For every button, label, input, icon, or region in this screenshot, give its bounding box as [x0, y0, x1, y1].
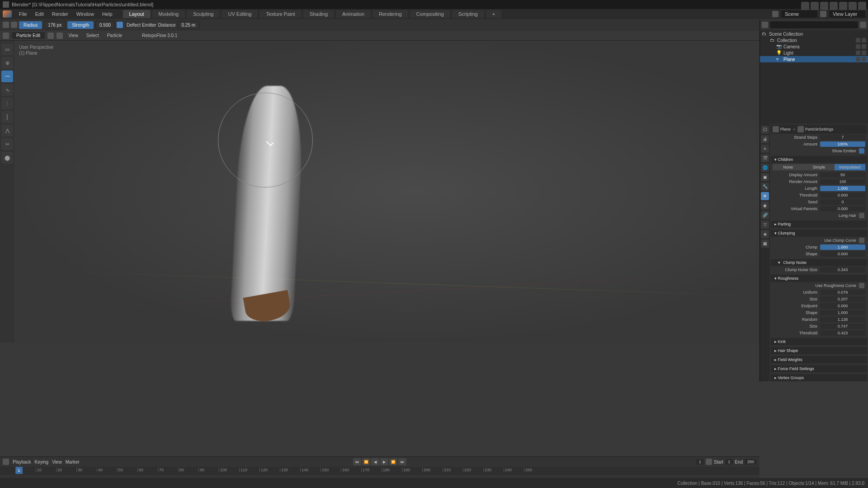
autokey-icon[interactable] — [706, 459, 712, 465]
jump-end-icon[interactable]: ⏭ — [398, 458, 406, 465]
menu-window[interactable]: Window — [73, 10, 98, 18]
random-val[interactable]: 1.138 — [820, 317, 865, 322]
comb-brush-icon[interactable] — [11, 22, 17, 28]
child-none[interactable]: None — [773, 164, 803, 170]
retopoflow-addon[interactable]: RetopoFlow 3.0.1 — [139, 32, 180, 39]
deflect-emitter-check[interactable] — [117, 22, 123, 28]
size-val[interactable]: 0.207 — [820, 296, 865, 302]
section-children[interactable]: Children — [771, 156, 867, 163]
outliner-search[interactable] — [770, 21, 858, 28]
menu-help[interactable]: Help — [99, 10, 116, 18]
tool-smooth[interactable]: ∿ — [1, 84, 13, 96]
prop-tab-physics[interactable]: ◉ — [761, 202, 769, 210]
prop-tab-output[interactable]: 🖨 — [761, 135, 769, 143]
restrict-icon[interactable] — [862, 51, 866, 55]
tl-marker[interactable]: Marker — [66, 460, 80, 465]
clump-noise-size-val[interactable]: 0.343 — [820, 267, 865, 272]
tab-rendering[interactable]: Rendering — [373, 10, 408, 18]
use-clump-curve-check[interactable] — [859, 238, 864, 243]
render-amount-val[interactable]: 150 — [820, 179, 865, 184]
tree-plane[interactable]: ▿Plane — [760, 56, 868, 62]
prop-tab-render[interactable]: 🖵 — [761, 126, 769, 134]
prop-tab-viewlayer[interactable]: ≡ — [761, 145, 769, 153]
jump-start-icon[interactable]: ⏮ — [353, 458, 361, 465]
tool-comb[interactable]: 〰 — [1, 70, 13, 82]
play-reverse-icon[interactable]: ◀ — [371, 458, 379, 465]
section-clumping[interactable]: Clumping — [771, 230, 867, 237]
uniform-val[interactable]: 0.079 — [820, 290, 865, 295]
tab-compositing[interactable]: Compositing — [410, 10, 450, 18]
shading-wireframe-icon[interactable] — [830, 2, 838, 10]
shape2-val[interactable]: 1.000 — [820, 310, 865, 315]
virtual-parents-val[interactable]: 0.000 — [820, 206, 865, 211]
section-hair-shape[interactable]: Hair Shape — [771, 347, 867, 354]
prop-tab-constraints[interactable]: 🔗 — [761, 211, 769, 219]
strength-button[interactable]: Strength — [67, 21, 94, 29]
keyframe-prev-icon[interactable]: ⏪ — [362, 458, 370, 465]
menu-particle[interactable]: Particle — [104, 32, 125, 39]
tab-add[interactable]: + — [486, 10, 501, 18]
tab-animation[interactable]: Animation — [336, 10, 371, 18]
threshold-val[interactable]: 0.000 — [820, 192, 865, 198]
tab-layout[interactable]: Layout — [123, 10, 151, 18]
section-roughness[interactable]: Roughness — [771, 275, 867, 282]
shading-rendered-icon[interactable] — [858, 2, 866, 10]
section-vertex-groups[interactable]: Vertex Groups — [771, 374, 867, 381]
threshold2-val[interactable]: 0.423 — [820, 330, 865, 336]
tl-view[interactable]: View — [52, 460, 62, 465]
use-roughness-curve-check[interactable] — [859, 283, 864, 288]
distance-value[interactable]: 0.25 m — [178, 21, 200, 29]
menu-edit[interactable]: Edit — [32, 10, 47, 18]
tree-scene-collection[interactable]: 🗀Scene Collection — [760, 31, 868, 37]
restrict-icon[interactable] — [862, 57, 866, 61]
menu-select[interactable]: Select — [84, 32, 102, 39]
tool-length[interactable]: ⎮ — [1, 111, 13, 123]
tl-keying[interactable]: Keying — [35, 460, 49, 465]
section-parting[interactable]: Parting — [771, 221, 867, 228]
restrict-icon[interactable] — [856, 38, 860, 42]
tool-puff[interactable]: ⋀ — [1, 125, 13, 136]
child-simple[interactable]: Simple — [803, 164, 834, 170]
tool-select-box[interactable]: ▭ — [1, 43, 13, 55]
keyframe-next-icon[interactable]: ⏩ — [389, 458, 397, 465]
start-frame[interactable]: 1 — [725, 459, 733, 465]
section-force-field[interactable]: Force Field Settings — [771, 365, 867, 372]
menu-view[interactable]: View — [66, 32, 81, 39]
tab-uv-editing[interactable]: UV Editing — [222, 10, 258, 18]
size2-val[interactable]: 0.747 — [820, 324, 865, 329]
tool-icon[interactable] — [47, 33, 54, 39]
display-amount-val[interactable]: 50 — [820, 172, 865, 178]
long-hair-check[interactable] — [859, 213, 864, 218]
tree-light[interactable]: 💡Light — [760, 50, 868, 56]
tool-cut[interactable]: ✂ — [1, 138, 13, 150]
clump-val[interactable]: 1.000 — [820, 244, 865, 250]
tree-collection[interactable]: 🗀Collection — [760, 37, 868, 43]
brush-icon[interactable] — [3, 22, 9, 28]
select-mode-icon[interactable] — [57, 33, 63, 39]
tl-playback[interactable]: Playback — [13, 460, 31, 465]
menu-render[interactable]: Render — [48, 10, 72, 18]
mode-selector[interactable]: Particle Edit — [12, 32, 45, 39]
strand-steps-val[interactable]: 7 — [820, 135, 865, 140]
view-layer-selector[interactable]: View Layer — [829, 10, 865, 18]
strength-value[interactable]: 0.500 — [95, 21, 115, 29]
tool-add[interactable]: ⋮ — [1, 98, 13, 109]
outliner-type-icon[interactable] — [762, 22, 768, 28]
tab-shading[interactable]: Shading — [303, 10, 334, 18]
3d-viewport[interactable]: User Perspective (1) Plane — [14, 41, 813, 343]
menu-file[interactable]: File — [15, 10, 31, 18]
overlay-icon[interactable] — [811, 2, 819, 10]
restrict-icon[interactable] — [856, 51, 860, 55]
seed-val[interactable]: 0 — [820, 199, 865, 205]
length-val[interactable]: 1.000 — [820, 186, 865, 191]
current-frame[interactable]: 1 — [696, 459, 704, 465]
shape-val[interactable]: 0.000 — [820, 251, 865, 257]
restrict-icon[interactable] — [862, 44, 866, 49]
tab-scripting[interactable]: Scripting — [452, 10, 484, 18]
outliner-filter-icon[interactable] — [860, 22, 866, 28]
radius-value[interactable]: 176 px — [44, 21, 66, 29]
prop-tab-scene[interactable]: 🎬 — [761, 154, 769, 162]
tool-weight[interactable]: ⬤ — [1, 152, 13, 164]
tab-sculpting[interactable]: Sculpting — [187, 10, 220, 18]
amount-val[interactable]: 100% — [820, 141, 865, 147]
